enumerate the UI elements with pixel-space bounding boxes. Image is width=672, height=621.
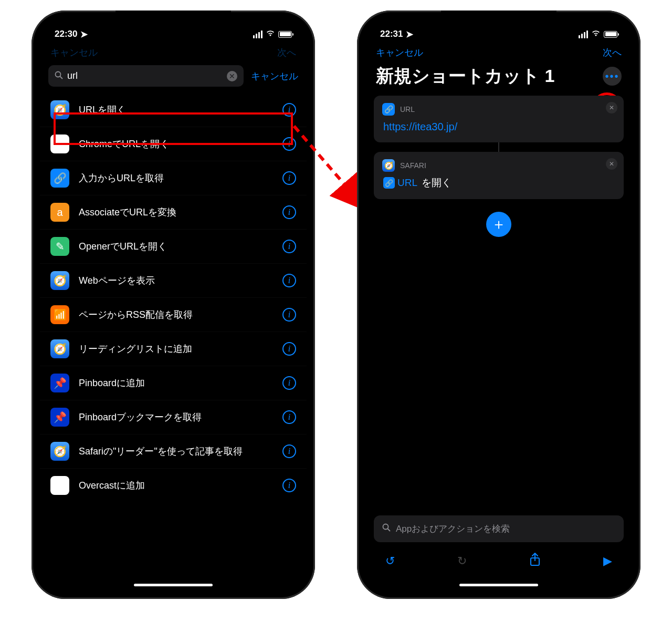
nav-next-dim: 次へ <box>277 46 296 59</box>
action-row[interactable]: ◎Overcastに追加i <box>40 469 307 502</box>
action-row[interactable]: 📌Pinboardブックマークを取得i <box>40 400 307 434</box>
info-icon[interactable]: i <box>282 479 296 492</box>
notch <box>441 11 556 26</box>
safari-card-label: SAFARI <box>400 161 426 170</box>
toolbar: ↺ ↻ ▶ <box>374 542 624 570</box>
action-row[interactable]: ◐ChromeでURLを開くi <box>40 127 307 161</box>
search-row: ✕ キャンセル <box>40 61 307 93</box>
nav-row-dim: キャンセル 次へ <box>40 42 307 61</box>
info-icon[interactable]: i <box>282 171 296 185</box>
action-search-field[interactable]: Appおよびアクションを検索 <box>374 515 624 542</box>
wifi-icon <box>591 29 601 39</box>
svg-line-4 <box>388 529 391 532</box>
action-row[interactable]: 🧭リーディングリストに追加i <box>40 332 307 366</box>
search-placeholder: Appおよびアクションを検索 <box>396 523 510 535</box>
title-row: 新規ショートカット 1 ••• <box>365 61 632 96</box>
action-label: Pinboardに追加 <box>79 377 273 389</box>
app-icon: 📶 <box>50 305 69 324</box>
battery-icon <box>604 31 617 38</box>
app-icon: a <box>50 203 69 222</box>
info-icon[interactable]: i <box>282 240 296 253</box>
close-icon[interactable]: ✕ <box>606 102 617 113</box>
link-icon: 🔗 <box>383 177 395 189</box>
home-indicator[interactable] <box>459 584 538 586</box>
location-icon: ➤ <box>80 29 88 40</box>
url-card-label: URL <box>400 105 415 113</box>
action-row[interactable]: 🧭Webページを表示i <box>40 264 307 298</box>
action-label: Overcastに追加 <box>79 480 273 492</box>
action-label: Pinboardブックマークを取得 <box>79 411 273 423</box>
app-icon: 🧭 <box>50 271 69 290</box>
search-input[interactable] <box>67 70 223 81</box>
close-icon[interactable]: ✕ <box>606 158 617 170</box>
url-card[interactable]: ✕ 🔗 URL https://itea30.jp/ <box>374 96 624 142</box>
action-row[interactable]: 🔗入力からURLを取得i <box>40 161 307 195</box>
info-icon[interactable]: i <box>282 376 296 390</box>
safari-card[interactable]: ✕ 🧭 SAFARI 🔗 URL を開く <box>374 152 624 199</box>
clear-icon[interactable]: ✕ <box>227 71 237 81</box>
search-cancel[interactable]: キャンセル <box>251 70 298 82</box>
svg-line-1 <box>60 76 63 79</box>
search-field[interactable]: ✕ <box>48 65 244 87</box>
action-label: ページからRSS配信を取得 <box>79 309 273 321</box>
action-label: Safariの"リーダー"を使って記事を取得 <box>79 446 273 458</box>
info-icon[interactable]: i <box>282 308 296 322</box>
wifi-icon <box>266 29 275 39</box>
screen-right: 22:31 ➤ キャンセル 次へ 新規ショートカット 1 ••• ✕ 🔗 <box>365 19 632 591</box>
action-label: リーディングリストに追加 <box>79 343 273 355</box>
action-row[interactable]: ✎OpenerでURLを開くi <box>40 230 307 264</box>
nav-cancel[interactable]: キャンセル <box>376 46 423 59</box>
nav-next[interactable]: 次へ <box>603 46 622 59</box>
action-label: URLを開く <box>79 104 273 116</box>
status-time: 22:31 <box>380 29 403 39</box>
share-icon[interactable] <box>529 553 541 570</box>
svg-point-3 <box>383 524 388 530</box>
add-action-button[interactable]: ＋ <box>486 212 511 237</box>
action-label: Webページを表示 <box>79 275 273 287</box>
info-icon[interactable]: i <box>282 103 296 117</box>
phone-left: 22:30 ➤ キャンセル 次へ ✕ キャンセル <box>32 11 315 599</box>
url-variable-pill[interactable]: 🔗 URL <box>383 177 417 189</box>
info-icon[interactable]: i <box>282 342 296 356</box>
battery-icon <box>278 31 292 38</box>
action-label: AssociateでURLを変換 <box>79 206 273 219</box>
open-tail-text: を開く <box>422 176 452 190</box>
card-connector <box>365 142 632 152</box>
info-icon[interactable]: i <box>282 137 296 151</box>
app-icon: 🔗 <box>50 169 69 188</box>
signal-icon <box>579 30 588 38</box>
app-icon: 📌 <box>50 374 69 392</box>
undo-icon[interactable]: ↺ <box>385 554 395 568</box>
info-icon[interactable]: i <box>282 444 296 458</box>
action-row[interactable]: 🧭URLを開くi <box>40 93 307 127</box>
phone-right: 22:31 ➤ キャンセル 次へ 新規ショートカット 1 ••• ✕ 🔗 <box>357 11 640 599</box>
info-icon[interactable]: i <box>282 410 296 424</box>
action-label: 入力からURLを取得 <box>79 172 273 184</box>
search-icon <box>382 523 391 534</box>
page-title: 新規ショートカット 1 <box>376 64 598 88</box>
action-label: ChromeでURLを開く <box>79 138 273 150</box>
app-icon: ◎ <box>50 476 69 495</box>
play-icon[interactable]: ▶ <box>603 554 612 568</box>
action-row[interactable]: 📶ページからRSS配信を取得i <box>40 298 307 332</box>
app-icon: 📌 <box>50 408 69 427</box>
status-time: 22:30 <box>55 29 77 39</box>
svg-point-0 <box>56 71 61 77</box>
info-icon[interactable]: i <box>282 205 296 219</box>
action-row[interactable]: aAssociateでURLを変換i <box>40 195 307 230</box>
app-icon: 🧭 <box>50 442 69 461</box>
nav-cancel-dim: キャンセル <box>50 46 98 59</box>
action-row[interactable]: 🧭Safariの"リーダー"を使って記事を取得i <box>40 434 307 469</box>
pill-text: URL <box>397 177 417 189</box>
app-icon: 🧭 <box>50 339 69 358</box>
home-indicator[interactable] <box>134 584 213 586</box>
link-icon: 🔗 <box>382 103 395 116</box>
safari-icon: 🧭 <box>382 159 395 172</box>
url-value[interactable]: https://itea30.jp/ <box>382 116 615 135</box>
more-button[interactable]: ••• <box>603 67 622 86</box>
info-icon[interactable]: i <box>282 274 296 287</box>
app-icon: ✎ <box>50 237 69 256</box>
search-icon <box>55 71 63 81</box>
action-label: OpenerでURLを開く <box>79 241 273 253</box>
action-row[interactable]: 📌Pinboardに追加i <box>40 366 307 400</box>
